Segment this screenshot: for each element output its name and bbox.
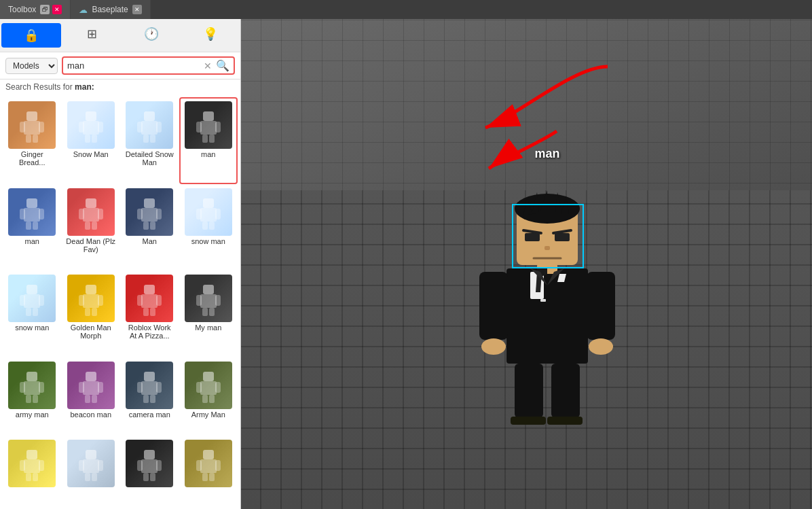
grid-item[interactable]: camera man: [120, 357, 179, 436]
nav-grid-button[interactable]: ⊞: [62, 22, 122, 46]
svg-rect-72: [26, 372, 37, 381]
grid-item-thumb: [8, 188, 56, 236]
svg-rect-84: [144, 372, 155, 381]
svg-rect-40: [143, 222, 149, 230]
svg-rect-104: [79, 460, 84, 471]
svg-rect-12: [144, 111, 155, 121]
svg-rect-51: [39, 295, 44, 306]
grid-item[interactable]: army man: [3, 357, 62, 436]
svg-rect-93: [215, 382, 221, 393]
grid-item[interactable]: Roblox Work At A Pizza...: [120, 270, 179, 357]
grid-item[interactable]: Dead Man (Plz Fav): [62, 184, 121, 271]
toolbox-tab[interactable]: Toolbox 🗗 ✕: [0, 0, 71, 19]
category-select[interactable]: Models Meshes Images Audio: [5, 58, 58, 74]
grid-item[interactable]: [3, 436, 62, 506]
svg-rect-55: [83, 294, 99, 308]
svg-rect-69: [215, 295, 221, 306]
svg-rect-60: [144, 285, 155, 294]
minimize-button[interactable]: 🗗: [40, 5, 50, 14]
grid-item[interactable]: Detailed Snow Man: [120, 97, 179, 184]
svg-rect-44: [196, 209, 202, 220]
toolbox-panel: 🔒 ⊞ 🕐 💡 Models Meshes Images Audio ✕ 🔍 S…: [0, 19, 241, 509]
grid-item[interactable]: beacon man: [62, 357, 121, 436]
grid-item-label: Snow Man: [73, 150, 109, 158]
svg-rect-36: [144, 198, 155, 208]
svg-rect-143: [587, 272, 615, 340]
svg-rect-42: [203, 198, 214, 208]
svg-rect-118: [202, 473, 208, 481]
search-clear-button[interactable]: ✕: [202, 61, 213, 71]
grid-item[interactable]: Snow Man: [62, 97, 121, 184]
svg-rect-105: [98, 460, 103, 471]
grid-item-thumb: [67, 101, 115, 149]
svg-rect-61: [141, 294, 158, 308]
grid-item[interactable]: [120, 436, 179, 506]
grid-item-label: Man: [143, 237, 157, 245]
svg-rect-11: [92, 135, 97, 143]
grid-item-thumb: [67, 362, 115, 409]
character-name-tag: man: [534, 147, 559, 161]
svg-rect-10: [85, 135, 90, 143]
baseplate-close-button[interactable]: ✕: [132, 5, 142, 14]
svg-rect-17: [150, 135, 155, 143]
grid-item-label: Ginger Bread...: [7, 150, 58, 166]
nav-recent-button[interactable]: 🕐: [122, 22, 181, 46]
grid-item[interactable]: Army Man: [179, 357, 238, 436]
grid-item[interactable]: [62, 436, 121, 506]
baseplate-tab[interactable]: ☁ Baseplate ✕: [71, 0, 150, 19]
search-input[interactable]: [67, 60, 200, 71]
svg-rect-115: [200, 459, 217, 473]
grid-item-thumb: [126, 440, 173, 487]
grid-item[interactable]: Ginger Bread...: [3, 97, 62, 184]
character-svg-wrap: [459, 166, 635, 427]
grid-item-thumb: [8, 275, 56, 322]
search-results-label: Search Results for man:: [0, 80, 240, 94]
grid-item-thumb: [67, 188, 115, 236]
grid-item[interactable]: man: [179, 97, 238, 184]
grid-item[interactable]: [179, 436, 238, 506]
grid-item-thumb: [126, 101, 173, 149]
grid-item[interactable]: man: [3, 184, 62, 271]
grid-item-thumb: [126, 275, 173, 322]
svg-rect-47: [209, 222, 215, 230]
svg-rect-111: [156, 460, 162, 471]
svg-rect-75: [39, 382, 44, 393]
svg-rect-54: [86, 285, 96, 294]
svg-rect-45: [215, 209, 221, 220]
svg-rect-7: [83, 121, 99, 135]
svg-rect-24: [26, 198, 37, 208]
character-container: man: [459, 147, 635, 427]
svg-rect-23: [209, 135, 215, 143]
search-go-button[interactable]: 🔍: [216, 59, 229, 72]
grid-item[interactable]: snow man: [179, 184, 238, 271]
grid-item-label: beacon man: [70, 410, 111, 419]
close-button[interactable]: ✕: [52, 5, 62, 14]
grid-item[interactable]: Golden Man Morph: [62, 270, 121, 357]
svg-rect-4: [26, 135, 31, 143]
grid-item[interactable]: My man: [179, 270, 238, 357]
grid-item[interactable]: Man: [120, 184, 179, 271]
svg-rect-68: [196, 295, 202, 306]
grid-item-label: man: [201, 150, 215, 158]
svg-rect-76: [26, 395, 31, 403]
grid-item-thumb: [185, 440, 232, 487]
svg-rect-87: [156, 382, 162, 393]
nav-home-button[interactable]: 🔒: [1, 23, 61, 48]
svg-rect-5: [33, 135, 38, 143]
svg-rect-71: [209, 308, 215, 316]
svg-rect-95: [209, 395, 215, 403]
svg-rect-133: [525, 233, 540, 241]
grid-item[interactable]: snow man: [3, 270, 62, 357]
svg-rect-113: [150, 473, 155, 481]
nav-light-button[interactable]: 💡: [181, 22, 241, 46]
svg-rect-22: [202, 135, 208, 143]
svg-rect-117: [215, 460, 221, 471]
svg-rect-82: [85, 395, 90, 403]
svg-rect-46: [202, 222, 208, 230]
grid-item-label: Army Man: [191, 410, 225, 419]
character-svg: [459, 166, 635, 425]
search-input-wrap: ✕ 🔍: [62, 56, 235, 75]
svg-rect-110: [137, 460, 143, 471]
svg-rect-16: [143, 135, 149, 143]
svg-rect-96: [26, 450, 37, 459]
